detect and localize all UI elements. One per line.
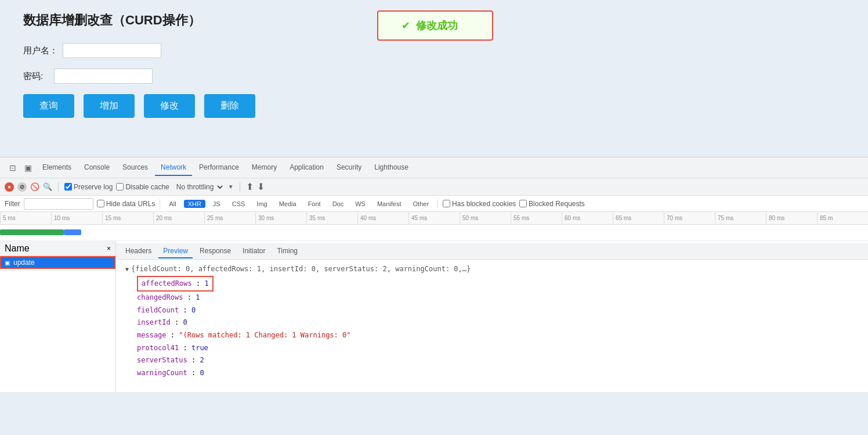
filter-ws[interactable]: WS <box>351 200 370 208</box>
tab-network[interactable]: Network <box>155 160 192 176</box>
hide-data-urls-checkbox[interactable] <box>97 200 104 207</box>
stop-button[interactable]: ⊘ <box>17 182 27 192</box>
username-label: 用户名： <box>23 45 58 56</box>
tick-80ms: 80 ms <box>766 212 817 224</box>
modify-button[interactable]: 修改 <box>144 94 195 118</box>
tick-5ms: 5 ms <box>0 212 51 224</box>
throttle-select[interactable]: No throttling <box>173 182 225 192</box>
devtools-content: Name × ▣ update Headers Preview Response… <box>0 241 868 392</box>
has-blocked-cookies-label[interactable]: Has blocked cookies <box>443 200 516 208</box>
tick-85m: 85 m <box>817 212 868 224</box>
username-input[interactable] <box>63 43 161 58</box>
success-text: 修改成功 <box>416 19 458 33</box>
xhr-icon: ▣ <box>5 260 10 266</box>
tab-headers[interactable]: Headers <box>121 245 156 258</box>
tab-console[interactable]: Console <box>78 160 115 176</box>
disable-cache-checkbox[interactable] <box>116 183 124 190</box>
json-key-affectedRows: affectedRows <box>142 279 192 287</box>
tick-65ms: 65 ms <box>613 212 664 224</box>
json-affected-rows-border: affectedRows : 1 <box>137 276 214 292</box>
json-colon-6: : <box>183 344 191 352</box>
network-toolbar: ● ⊘ 🚫 🔍 Preserve log Disable cache No th… <box>0 178 868 196</box>
tab-sources[interactable]: Sources <box>117 160 154 176</box>
json-key-protocol41: protocol41 <box>137 344 179 352</box>
inspect-icon[interactable]: ⊡ <box>6 161 20 175</box>
json-fieldCount-row: fieldCount : 0 <box>137 304 859 317</box>
filter-xhr[interactable]: XHR <box>184 200 205 208</box>
json-val-affectedRows: 1 <box>204 279 208 287</box>
throttle-arrow-icon[interactable]: ▼ <box>228 184 234 190</box>
tick-20ms: 20 ms <box>153 212 204 224</box>
filter-media[interactable]: Media <box>275 200 301 208</box>
blocked-requests-label[interactable]: Blocked Requests <box>519 200 585 208</box>
hide-data-urls-label[interactable]: Hide data URLs <box>97 200 155 208</box>
query-button[interactable]: 查询 <box>23 94 74 118</box>
preview-tab-bar: Headers Preview Response Initiator Timin… <box>116 243 868 260</box>
requests-header-name: Name <box>5 243 30 254</box>
json-val-fieldCount: 0 <box>191 306 196 314</box>
toolbar-sep-1 <box>58 182 59 192</box>
password-input[interactable] <box>54 69 153 84</box>
json-val-serverStatus: 2 <box>200 356 204 364</box>
has-blocked-cookies-checkbox[interactable] <box>443 200 450 207</box>
requests-header: Name × <box>0 241 115 256</box>
filter-font[interactable]: Font <box>304 200 325 208</box>
devtools-tab-bar: ⊡ ▣ Elements Console Sources Network Per… <box>0 157 868 178</box>
json-val-changedRows: 1 <box>196 293 200 301</box>
timeline-bar-blue <box>64 229 81 235</box>
blocked-requests-checkbox[interactable] <box>519 200 527 207</box>
preserve-log-label[interactable]: Preserve log <box>64 183 113 191</box>
record-button[interactable]: ● <box>5 182 14 192</box>
filter-other[interactable]: Other <box>409 200 433 208</box>
json-key-changedRows: changedRows <box>137 293 183 301</box>
filter-all[interactable]: All <box>165 200 180 208</box>
tick-70ms: 70 ms <box>664 212 715 224</box>
json-colon-4: : <box>175 318 183 326</box>
tick-40ms: 40 ms <box>357 212 408 224</box>
json-colon-2: : <box>187 293 196 301</box>
filter-img[interactable]: Img <box>252 200 271 208</box>
json-key-fieldCount: fieldCount <box>137 306 179 314</box>
json-key-serverStatus: serverStatus <box>137 356 187 364</box>
request-item-update[interactable]: ▣ update <box>0 256 115 269</box>
tab-elements[interactable]: Elements <box>37 160 77 176</box>
close-icon[interactable]: × <box>107 245 111 253</box>
json-summary: {fieldCount: 0, affectedRows: 1, insertI… <box>131 263 471 276</box>
tab-performance[interactable]: Performance <box>193 160 245 176</box>
timeline-ruler: 5 ms 10 ms 15 ms 20 ms 25 ms 30 ms 35 ms… <box>0 212 868 225</box>
filter-input[interactable] <box>24 198 93 210</box>
filter-manifest[interactable]: Manifest <box>373 200 406 208</box>
timeline-bar-green <box>0 229 64 235</box>
delete-button[interactable]: 删除 <box>204 94 255 118</box>
clear-button[interactable]: 🚫 <box>30 182 39 191</box>
tab-preview[interactable]: Preview <box>158 245 193 258</box>
filter-css[interactable]: CSS <box>228 200 249 208</box>
json-val-insertId: 0 <box>183 318 187 326</box>
tab-application[interactable]: Application <box>284 160 330 176</box>
tick-45ms: 45 ms <box>408 212 460 224</box>
tick-55ms: 55 ms <box>511 212 562 224</box>
tab-initiator[interactable]: Initiator <box>238 245 270 258</box>
filter-doc[interactable]: Doc <box>328 200 348 208</box>
disable-cache-label[interactable]: Disable cache <box>116 183 169 191</box>
tab-lighthouse[interactable]: Lighthouse <box>368 160 414 176</box>
tab-timing[interactable]: Timing <box>272 245 302 258</box>
tab-memory[interactable]: Memory <box>246 160 283 176</box>
json-view: ▼ {fieldCount: 0, affectedRows: 1, inser… <box>116 260 868 383</box>
responsive-icon[interactable]: ▣ <box>21 161 35 175</box>
search-button[interactable]: 🔍 <box>43 182 52 191</box>
tab-security[interactable]: Security <box>331 160 367 176</box>
json-colon-1: : <box>196 279 204 287</box>
preserve-log-checkbox[interactable] <box>64 183 72 190</box>
json-insertId-row: insertId : 0 <box>137 317 859 329</box>
add-button[interactable]: 增加 <box>84 94 135 118</box>
disable-cache-text: Disable cache <box>125 183 169 191</box>
tab-response[interactable]: Response <box>195 245 236 258</box>
upload-icon[interactable]: ⬆ <box>246 181 254 192</box>
download-icon[interactable]: ⬇ <box>257 181 265 192</box>
filter-js[interactable]: JS <box>209 200 225 208</box>
timeline-bars <box>0 225 868 241</box>
json-summary-row: ▼ {fieldCount: 0, affectedRows: 1, inser… <box>125 263 859 276</box>
tick-50ms: 50 ms <box>460 212 511 224</box>
expand-arrow[interactable]: ▼ <box>125 264 129 275</box>
